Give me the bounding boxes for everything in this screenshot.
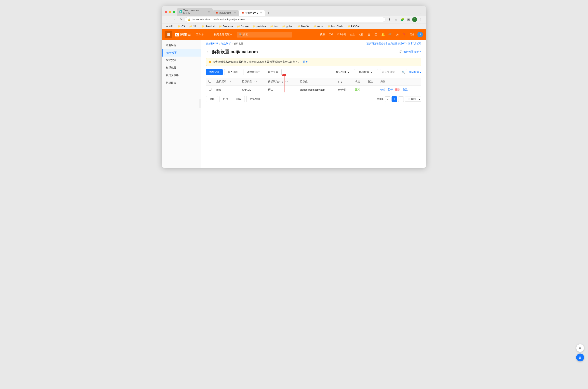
- nav-bell-icon[interactable]: 🔔: [380, 32, 386, 37]
- bookmark-icon[interactable]: ☆: [393, 17, 399, 22]
- sidebar-item-custom-route[interactable]: 自定义线路: [162, 71, 201, 79]
- table-header-remark: 备注: [365, 78, 378, 86]
- action-pause[interactable]: 暂停: [388, 88, 393, 91]
- user-avatar[interactable]: J: [417, 32, 423, 37]
- nav-cart-icon[interactable]: 🛒: [387, 32, 393, 37]
- action-modify[interactable]: 修改: [380, 88, 385, 91]
- maximize-button[interactable]: [173, 11, 175, 13]
- import-export-button[interactable]: 导入/导出: [224, 69, 242, 75]
- nav-enterprise[interactable]: 企业: [349, 32, 356, 37]
- batch-change-group-button[interactable]: 更换分组: [246, 96, 263, 102]
- share-icon[interactable]: ⬆: [387, 17, 392, 22]
- select-all-checkbox[interactable]: [209, 80, 211, 83]
- sidebar-item-dns-security[interactable]: DNS安全: [162, 57, 201, 64]
- bookmark-course[interactable]: 📁 Course: [236, 25, 250, 28]
- tab-netlify[interactable]: N Team overview | Netlify ✕: [177, 8, 213, 16]
- close-button[interactable]: [165, 11, 167, 13]
- tabs-more-button[interactable]: ⌄: [418, 10, 423, 16]
- forward-button[interactable]: →: [171, 17, 177, 22]
- sort-host-icon[interactable]: ▲▼: [228, 81, 232, 83]
- action-delete[interactable]: 删除: [395, 88, 400, 91]
- back-arrow-button[interactable]: ←: [206, 50, 210, 54]
- warning-expand-link[interactable]: 展开: [303, 60, 308, 64]
- address-input[interactable]: 🔒 dns.console.aliyun.com/#/dns/setting/c…: [185, 17, 385, 22]
- batch-enable-button[interactable]: 启用: [219, 96, 231, 102]
- how-to-set-link[interactable]: ? 如何设置解析？: [399, 50, 421, 54]
- breadcrumb-link-dns[interactable]: 云解析DNS: [206, 42, 218, 45]
- nav-icp[interactable]: ICP备案: [336, 32, 347, 37]
- bookmark-practical[interactable]: 📁 Practical: [201, 25, 216, 28]
- extensions-icon[interactable]: 🧩: [400, 17, 405, 22]
- sidebar-item-resolution-log[interactable]: 解析日志: [162, 79, 201, 87]
- page-content: ☰ ⊏ 阿里云 工作台 账号全部资源 ▾ 🔍 搜索... 费用 工单 ICP备案: [162, 29, 426, 168]
- folder-icon: 📁: [237, 25, 240, 28]
- nav-lang[interactable]: 简体: [409, 32, 416, 37]
- bookmark-apps[interactable]: ⊞ 应用: [165, 24, 175, 28]
- stats-button[interactable]: 请求量统计: [244, 69, 263, 75]
- minimize-button[interactable]: [169, 11, 171, 13]
- search-icon: 🔍: [239, 33, 242, 36]
- sidebar-item-domain-resolution[interactable]: 域名解析: [162, 42, 201, 49]
- sidebar-item-weight-config[interactable]: 权重配置: [162, 64, 201, 71]
- nav-support[interactable]: 支持: [357, 32, 365, 37]
- sort-type-icon[interactable]: ▲▼: [254, 81, 257, 83]
- account-nav-item[interactable]: 账号全部资源 ▾: [212, 32, 234, 37]
- breadcrumb-promo[interactable]: 【容灾调度场景必备】全局流量管理GTM 新客0元试用: [364, 42, 421, 45]
- tab-dns-close[interactable]: ✕: [259, 12, 262, 14]
- row-checkbox[interactable]: [209, 88, 212, 91]
- refresh-button[interactable]: ↻: [178, 17, 183, 22]
- tab-domain-close[interactable]: ✕: [234, 12, 236, 14]
- bookmark-nju[interactable]: 📁 NJU: [188, 25, 199, 28]
- tab-dns[interactable]: ⊏ 云解析 DNS ✕: [239, 10, 265, 16]
- bookmark-cs[interactable]: 📁 CS: [177, 25, 186, 28]
- sidebar-item-resolution-settings[interactable]: 解析设置: [162, 49, 201, 57]
- action-remark[interactable]: 备注: [402, 88, 408, 91]
- advanced-search-button[interactable]: 高级搜索 ▾: [409, 70, 421, 74]
- folder-icon: 📁: [270, 25, 273, 28]
- more-options-icon[interactable]: ⋮: [418, 17, 423, 22]
- guide-button[interactable]: 新手引导: [265, 69, 281, 75]
- bookmark-part-time[interactable]: 📁 part-time: [252, 25, 267, 28]
- bookmark-blockchain[interactable]: 📁 blockChain: [326, 25, 344, 28]
- page-1-button[interactable]: 1: [392, 96, 397, 102]
- keyword-search-input[interactable]: 输入关键字 🔍: [380, 69, 407, 75]
- folder-icon: 📁: [189, 25, 192, 28]
- nav-tool-icon[interactable]: ⊞: [366, 32, 372, 37]
- bookmark-bearsir[interactable]: 📁 BearSir: [296, 25, 310, 28]
- next-page-button[interactable]: ›: [398, 96, 404, 102]
- bookmark-pascal[interactable]: 📁 PASCAL: [346, 25, 361, 28]
- sort-line-icon[interactable]: ▲▼: [284, 81, 288, 83]
- batch-pause-button[interactable]: 暂停: [206, 96, 218, 102]
- nav-workorder[interactable]: 工单: [328, 32, 335, 37]
- bookmark-social[interactable]: 📁 social: [312, 25, 324, 28]
- tab-domain[interactable]: ⊏ 域名控制台 ✕: [213, 10, 239, 16]
- bookmark-resourse[interactable]: 📁 Resourse: [218, 25, 234, 28]
- tab-netlify-close[interactable]: ✕: [208, 10, 210, 13]
- sidebar-toggle-icon[interactable]: ▣: [406, 17, 411, 22]
- folder-icon: 📁: [253, 25, 256, 28]
- nav-image-icon[interactable]: 🖼: [373, 32, 379, 37]
- search-type-dropdown[interactable]: 精确搜索 ▾: [357, 69, 378, 75]
- browser-toolbar-icons: ⬆ ☆ 🧩 ▣ J ⋮: [387, 17, 423, 22]
- bookmark-tmp[interactable]: 📁 tmp: [269, 25, 279, 28]
- page-size-selector[interactable]: 10 条/页: [405, 97, 421, 102]
- batch-delete-button[interactable]: 删除: [233, 96, 245, 102]
- hamburger-menu-button[interactable]: ☰: [165, 31, 172, 38]
- nav-location-icon[interactable]: ◎: [395, 32, 400, 37]
- top-search-box[interactable]: 🔍 搜索...: [237, 32, 292, 37]
- row-checkbox-cell: [206, 86, 214, 94]
- breadcrumb-link-domain[interactable]: 域名解析: [221, 42, 231, 45]
- topnav-right: 费用 工单 ICP备案 企业 支持 ⊞ 🖼 🔔 🛒 ◎ ❓ 简体 J: [319, 32, 423, 37]
- nav-fees[interactable]: 费用: [319, 32, 326, 37]
- prev-page-button[interactable]: ‹: [385, 96, 390, 102]
- add-record-button[interactable]: 添加记录: [206, 69, 223, 75]
- group-dropdown[interactable]: 默认分组 ▾: [334, 69, 355, 75]
- nav-help-icon[interactable]: ❓: [402, 32, 407, 37]
- profiles-icon[interactable]: J: [412, 17, 417, 22]
- bookmark-python[interactable]: 📁 python: [281, 25, 294, 28]
- table-header-line: 解析线路(isp) ▲▼: [265, 78, 298, 86]
- new-tab-button[interactable]: +: [266, 10, 271, 16]
- workbench-nav-item[interactable]: 工作台: [194, 32, 206, 37]
- account-label: 账号全部资源: [214, 33, 230, 36]
- back-button[interactable]: ←: [165, 17, 170, 22]
